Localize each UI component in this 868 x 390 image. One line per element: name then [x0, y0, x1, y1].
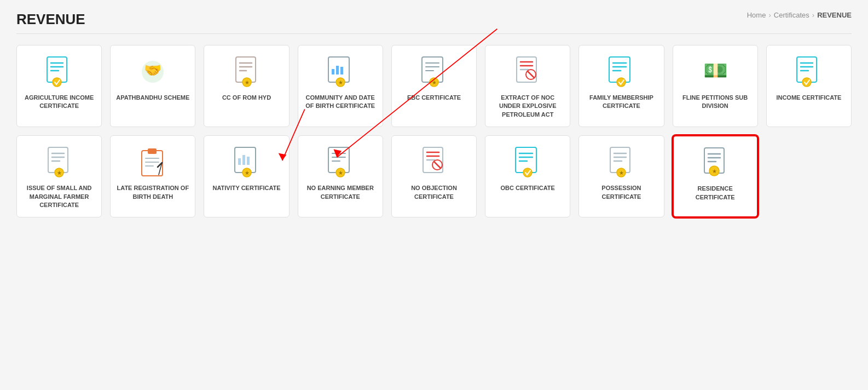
card-no-objection-certificate[interactable]: NO OBJECTION CERTIFICATE [391, 135, 477, 217]
page-title: REVENUE [16, 11, 85, 28]
svg-point-77 [523, 168, 532, 177]
card-family-membership-certificate[interactable]: FAMILY MEMBERSHIP CERTFICATE [578, 45, 664, 127]
card-icon-ebc-certificate: ★ [418, 55, 450, 88]
card-obc-certificate[interactable]: OBC CERTIFICATE [485, 135, 570, 217]
svg-text:★: ★ [431, 79, 436, 85]
svg-text:★: ★ [57, 170, 62, 176]
card-icon-income-certificate [792, 55, 825, 88]
svg-text:★: ★ [244, 170, 249, 176]
breadcrumb-sep-2: › [812, 11, 814, 19]
card-label-late-registration-birth-death: LATE REGISTRATION OF BIRTH DEATH [116, 184, 189, 201]
breadcrumb-home[interactable]: Home [747, 11, 766, 19]
card-label-fline-petitions-sub-division: FLINE PETITIONS SUB DIVISION [679, 94, 752, 111]
card-community-date-birth-certificate[interactable]: ★ COMMUNITY AND DATE OF BIRTH CERTIFICAT… [298, 45, 383, 127]
card-issue-small-marginal-farmer[interactable]: ★ ISSUE OF SMALL AND MARGINAL FARMER CER… [16, 135, 102, 217]
card-label-cc-of-rom-hyd: CC OF ROM HYD [222, 94, 271, 102]
card-income-certificate[interactable]: INCOME CERTIFICATE [766, 45, 852, 127]
card-label-income-certificate: INCOME CERTIFICATE [776, 94, 841, 102]
card-label-residence-certificate: RESIDENCE CERTIFICATE [679, 185, 751, 202]
breadcrumb-sep-1: › [768, 11, 771, 19]
card-icon-possession-certificate: ★ [605, 146, 638, 179]
card-icon-residence-certificate: ★ [699, 146, 732, 179]
card-label-extract-noc-explosive: EXTRACT OF NOC UNDER EXPLOSIVE PETROLEUM… [491, 94, 564, 119]
svg-text:🤝: 🤝 [144, 61, 162, 79]
card-icon-fline-petitions-sub-division: 💵 [699, 55, 732, 88]
card-icon-apathbandhu-scheme: 🤝 [136, 55, 169, 88]
breadcrumb: Home › Certificates › REVENUE [747, 11, 852, 19]
card-icon-cc-of-rom-hyd: ★ [230, 55, 263, 88]
card-extract-noc-explosive[interactable]: EXTRACT OF NOC UNDER EXPLOSIVE PETROLEUM… [485, 45, 570, 127]
card-icon-no-objection-certificate [418, 146, 450, 179]
svg-text:💵: 💵 [703, 59, 727, 82]
header-divider [16, 33, 852, 34]
card-label-community-date-birth-certificate: COMMUNITY AND DATE OF BIRTH CERTIFICATE [304, 94, 377, 111]
card-label-ebc-certificate: EBC CERTIFICATE [407, 94, 461, 102]
breadcrumb-current: REVENUE [817, 11, 852, 19]
svg-text:★: ★ [338, 79, 343, 85]
card-no-earning-member-certificate[interactable]: ★ NO EARNING MEMBER CERTIFICATE [298, 135, 383, 217]
svg-text:★: ★ [244, 79, 249, 85]
card-icon-obc-certificate [511, 146, 544, 179]
svg-rect-15 [336, 66, 339, 74]
svg-rect-56 [238, 158, 241, 165]
card-icon-late-registration-birth-death [136, 146, 169, 179]
card-residence-certificate[interactable]: ★ RESIDENCE CERTIFICATE [673, 135, 758, 217]
breadcrumb-certificates[interactable]: Certificates [774, 11, 809, 19]
card-label-possession-certificate: POSSESSION CERTIFICATE [585, 184, 658, 201]
card-icon-family-membership-certificate [605, 55, 638, 88]
card-label-issue-small-marginal-farmer: ISSUE OF SMALL AND MARGINAL FARMER CERTI… [22, 184, 96, 209]
card-label-nativity-certificate: NATIVITY CERTIFICATE [213, 184, 281, 192]
svg-text:★: ★ [711, 168, 716, 174]
svg-text:★: ★ [338, 170, 343, 176]
card-ebc-certificate[interactable]: ★ EBC CERTIFICATE [391, 45, 477, 127]
svg-rect-49 [148, 148, 157, 154]
card-icon-no-earning-member-certificate: ★ [324, 146, 357, 179]
svg-point-4 [53, 78, 61, 87]
card-label-agriculture-income-certificate: AGRICULTURE INCOME CERTIFICATE [22, 94, 96, 111]
card-late-registration-birth-death[interactable]: LATE REGISTRATION OF BIRTH DEATH [110, 135, 195, 217]
svg-point-41 [802, 78, 811, 87]
card-fline-petitions-sub-division[interactable]: 💵 FLINE PETITIONS SUB DIVISION [673, 45, 758, 127]
svg-point-35 [617, 78, 626, 87]
page-header: REVENUE Home › Certificates › REVENUE [16, 11, 852, 28]
svg-rect-57 [242, 155, 245, 165]
card-nativity-certificate[interactable]: ★ NATIVITY CERTIFICATE [204, 135, 289, 217]
cards-grid: AGRICULTURE INCOME CERTIFICATE 🤝 APATHBA… [16, 45, 852, 217]
card-apathbandhu-scheme[interactable]: 🤝 APATHBANDHU SCHEME [110, 45, 195, 127]
card-label-obc-certificate: OBC CERTIFICATE [501, 184, 555, 192]
card-label-no-objection-certificate: NO OBJECTION CERTIFICATE [397, 184, 471, 201]
card-label-no-earning-member-certificate: NO EARNING MEMBER CERTIFICATE [304, 184, 377, 201]
card-possession-certificate[interactable]: ★ POSSESSION CERTIFICATE [578, 135, 664, 217]
card-cc-of-rom-hyd[interactable]: ★ CC OF ROM HYD [204, 45, 289, 127]
card-label-family-membership-certificate: FAMILY MEMBERSHIP CERTFICATE [585, 94, 658, 111]
svg-rect-14 [332, 69, 334, 74]
card-agriculture-income-certificate[interactable]: AGRICULTURE INCOME CERTIFICATE [16, 45, 102, 127]
card-label-apathbandhu-scheme: APATHBANDHU SCHEME [116, 94, 189, 102]
card-icon-extract-noc-explosive [511, 55, 544, 88]
svg-text:★: ★ [619, 170, 624, 176]
card-icon-agriculture-income-certificate [43, 55, 76, 88]
svg-rect-16 [340, 67, 343, 74]
card-icon-community-date-birth-certificate: ★ [324, 55, 357, 88]
card-icon-nativity-certificate: ★ [230, 146, 263, 179]
card-icon-issue-small-marginal-farmer: ★ [43, 146, 76, 179]
svg-rect-58 [247, 157, 250, 165]
